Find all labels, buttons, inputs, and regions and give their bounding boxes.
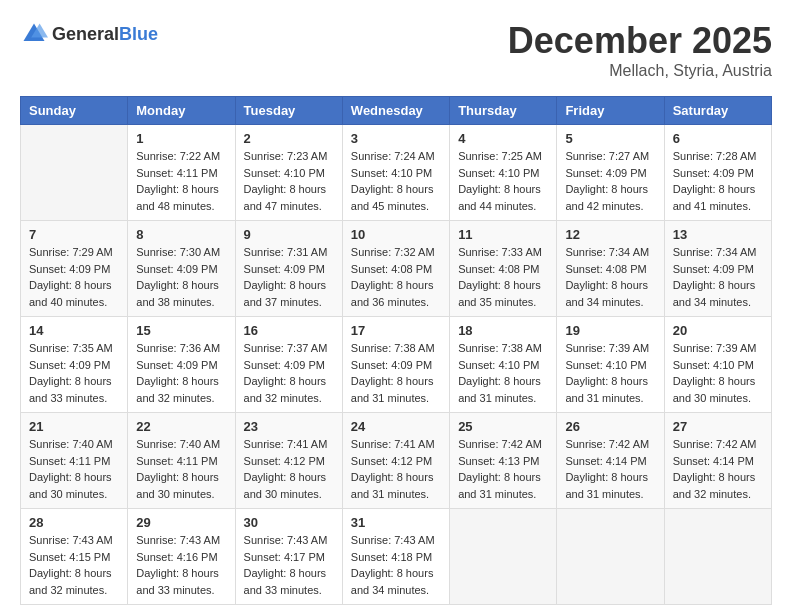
day-number: 5	[565, 131, 655, 146]
calendar-cell: 8 Sunrise: 7:30 AM Sunset: 4:09 PM Dayli…	[128, 221, 235, 317]
sunset-text: Sunset: 4:09 PM	[565, 167, 646, 179]
sunrise-text: Sunrise: 7:35 AM	[29, 342, 113, 354]
day-info: Sunrise: 7:38 AM Sunset: 4:10 PM Dayligh…	[458, 340, 548, 406]
sunrise-text: Sunrise: 7:43 AM	[29, 534, 113, 546]
sunrise-text: Sunrise: 7:40 AM	[136, 438, 220, 450]
calendar-cell: 29 Sunrise: 7:43 AM Sunset: 4:16 PM Dayl…	[128, 509, 235, 605]
day-info: Sunrise: 7:23 AM Sunset: 4:10 PM Dayligh…	[244, 148, 334, 214]
sunset-text: Sunset: 4:09 PM	[673, 263, 754, 275]
day-number: 31	[351, 515, 441, 530]
location-title: Mellach, Styria, Austria	[508, 62, 772, 80]
daylight-text: Daylight: 8 hours and 31 minutes.	[458, 375, 541, 404]
sunrise-text: Sunrise: 7:43 AM	[136, 534, 220, 546]
sunset-text: Sunset: 4:10 PM	[565, 359, 646, 371]
day-number: 3	[351, 131, 441, 146]
calendar-cell: 24 Sunrise: 7:41 AM Sunset: 4:12 PM Dayl…	[342, 413, 449, 509]
day-number: 25	[458, 419, 548, 434]
daylight-text: Daylight: 8 hours and 42 minutes.	[565, 183, 648, 212]
day-info: Sunrise: 7:41 AM Sunset: 4:12 PM Dayligh…	[244, 436, 334, 502]
day-info: Sunrise: 7:38 AM Sunset: 4:09 PM Dayligh…	[351, 340, 441, 406]
calendar-cell	[664, 509, 771, 605]
day-number: 11	[458, 227, 548, 242]
daylight-text: Daylight: 8 hours and 35 minutes.	[458, 279, 541, 308]
weekday-header-friday: Friday	[557, 97, 664, 125]
sunrise-text: Sunrise: 7:40 AM	[29, 438, 113, 450]
sunset-text: Sunset: 4:10 PM	[244, 167, 325, 179]
day-number: 2	[244, 131, 334, 146]
weekday-header-sunday: Sunday	[21, 97, 128, 125]
day-number: 8	[136, 227, 226, 242]
day-info: Sunrise: 7:42 AM Sunset: 4:14 PM Dayligh…	[673, 436, 763, 502]
day-number: 29	[136, 515, 226, 530]
day-number: 16	[244, 323, 334, 338]
sunrise-text: Sunrise: 7:42 AM	[565, 438, 649, 450]
sunset-text: Sunset: 4:10 PM	[458, 359, 539, 371]
day-info: Sunrise: 7:43 AM Sunset: 4:17 PM Dayligh…	[244, 532, 334, 598]
day-number: 22	[136, 419, 226, 434]
logo-icon	[20, 20, 48, 48]
daylight-text: Daylight: 8 hours and 48 minutes.	[136, 183, 219, 212]
logo-general-text: General	[52, 24, 119, 44]
month-title: December 2025	[508, 20, 772, 62]
calendar-week-3: 14 Sunrise: 7:35 AM Sunset: 4:09 PM Dayl…	[21, 317, 772, 413]
sunset-text: Sunset: 4:08 PM	[565, 263, 646, 275]
sunrise-text: Sunrise: 7:43 AM	[351, 534, 435, 546]
calendar-cell: 7 Sunrise: 7:29 AM Sunset: 4:09 PM Dayli…	[21, 221, 128, 317]
sunrise-text: Sunrise: 7:30 AM	[136, 246, 220, 258]
sunset-text: Sunset: 4:11 PM	[29, 455, 110, 467]
weekday-header-saturday: Saturday	[664, 97, 771, 125]
daylight-text: Daylight: 8 hours and 41 minutes.	[673, 183, 756, 212]
sunset-text: Sunset: 4:10 PM	[458, 167, 539, 179]
day-info: Sunrise: 7:42 AM Sunset: 4:14 PM Dayligh…	[565, 436, 655, 502]
sunrise-text: Sunrise: 7:41 AM	[351, 438, 435, 450]
day-info: Sunrise: 7:27 AM Sunset: 4:09 PM Dayligh…	[565, 148, 655, 214]
day-number: 27	[673, 419, 763, 434]
daylight-text: Daylight: 8 hours and 34 minutes.	[351, 567, 434, 596]
daylight-text: Daylight: 8 hours and 32 minutes.	[673, 471, 756, 500]
daylight-text: Daylight: 8 hours and 31 minutes.	[458, 471, 541, 500]
day-number: 17	[351, 323, 441, 338]
calendar-week-4: 21 Sunrise: 7:40 AM Sunset: 4:11 PM Dayl…	[21, 413, 772, 509]
title-section: December 2025 Mellach, Styria, Austria	[508, 20, 772, 80]
daylight-text: Daylight: 8 hours and 33 minutes.	[136, 567, 219, 596]
sunset-text: Sunset: 4:15 PM	[29, 551, 110, 563]
day-info: Sunrise: 7:39 AM Sunset: 4:10 PM Dayligh…	[565, 340, 655, 406]
day-info: Sunrise: 7:32 AM Sunset: 4:08 PM Dayligh…	[351, 244, 441, 310]
day-info: Sunrise: 7:30 AM Sunset: 4:09 PM Dayligh…	[136, 244, 226, 310]
sunrise-text: Sunrise: 7:27 AM	[565, 150, 649, 162]
daylight-text: Daylight: 8 hours and 30 minutes.	[29, 471, 112, 500]
daylight-text: Daylight: 8 hours and 30 minutes.	[136, 471, 219, 500]
day-info: Sunrise: 7:42 AM Sunset: 4:13 PM Dayligh…	[458, 436, 548, 502]
sunrise-text: Sunrise: 7:34 AM	[673, 246, 757, 258]
sunset-text: Sunset: 4:11 PM	[136, 455, 217, 467]
day-number: 28	[29, 515, 119, 530]
sunrise-text: Sunrise: 7:36 AM	[136, 342, 220, 354]
weekday-header-tuesday: Tuesday	[235, 97, 342, 125]
calendar-cell: 4 Sunrise: 7:25 AM Sunset: 4:10 PM Dayli…	[450, 125, 557, 221]
day-number: 1	[136, 131, 226, 146]
daylight-text: Daylight: 8 hours and 31 minutes.	[351, 375, 434, 404]
calendar-cell: 2 Sunrise: 7:23 AM Sunset: 4:10 PM Dayli…	[235, 125, 342, 221]
sunset-text: Sunset: 4:14 PM	[565, 455, 646, 467]
day-info: Sunrise: 7:39 AM Sunset: 4:10 PM Dayligh…	[673, 340, 763, 406]
day-info: Sunrise: 7:34 AM Sunset: 4:08 PM Dayligh…	[565, 244, 655, 310]
logo-blue-text: Blue	[119, 24, 158, 44]
day-info: Sunrise: 7:29 AM Sunset: 4:09 PM Dayligh…	[29, 244, 119, 310]
sunset-text: Sunset: 4:17 PM	[244, 551, 325, 563]
day-info: Sunrise: 7:24 AM Sunset: 4:10 PM Dayligh…	[351, 148, 441, 214]
day-number: 10	[351, 227, 441, 242]
sunset-text: Sunset: 4:12 PM	[351, 455, 432, 467]
day-number: 12	[565, 227, 655, 242]
sunrise-text: Sunrise: 7:32 AM	[351, 246, 435, 258]
day-number: 4	[458, 131, 548, 146]
calendar-cell: 20 Sunrise: 7:39 AM Sunset: 4:10 PM Dayl…	[664, 317, 771, 413]
day-info: Sunrise: 7:22 AM Sunset: 4:11 PM Dayligh…	[136, 148, 226, 214]
daylight-text: Daylight: 8 hours and 34 minutes.	[565, 279, 648, 308]
day-info: Sunrise: 7:25 AM Sunset: 4:10 PM Dayligh…	[458, 148, 548, 214]
sunrise-text: Sunrise: 7:29 AM	[29, 246, 113, 258]
daylight-text: Daylight: 8 hours and 44 minutes.	[458, 183, 541, 212]
day-info: Sunrise: 7:36 AM Sunset: 4:09 PM Dayligh…	[136, 340, 226, 406]
day-info: Sunrise: 7:28 AM Sunset: 4:09 PM Dayligh…	[673, 148, 763, 214]
daylight-text: Daylight: 8 hours and 34 minutes.	[673, 279, 756, 308]
calendar-cell: 15 Sunrise: 7:36 AM Sunset: 4:09 PM Dayl…	[128, 317, 235, 413]
